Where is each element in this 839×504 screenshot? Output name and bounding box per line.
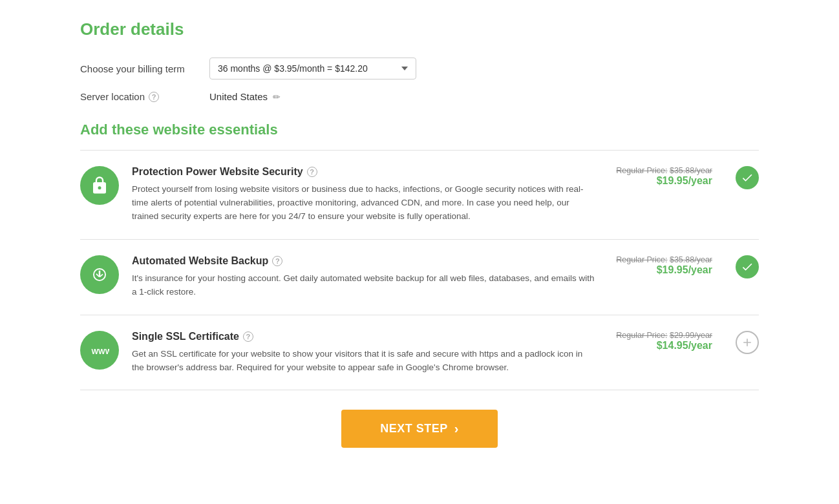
backup-help-icon[interactable]: ? bbox=[272, 256, 282, 266]
ssl-icon-circle: WWW bbox=[80, 331, 119, 370]
backup-content: Automated Website Backup ? It's insuranc… bbox=[132, 255, 596, 299]
security-icon-circle bbox=[80, 166, 119, 205]
page-container: Order details Choose your billing term 3… bbox=[54, 0, 785, 480]
www-icon: WWW bbox=[90, 341, 109, 360]
security-content: Protection Power Website Security ? Prot… bbox=[132, 166, 596, 224]
server-location-row: Server location ? United States ✏ bbox=[80, 91, 759, 102]
ssl-regular-price: Regular Price: $29.99/year bbox=[616, 331, 712, 340]
ssl-content: Single SSL Certificate ? Get an SSL cert… bbox=[132, 331, 596, 375]
ssl-price: Regular Price: $29.99/year $14.95/year bbox=[609, 331, 712, 352]
security-toggle-button[interactable] bbox=[736, 166, 759, 189]
essentials-section: Add these website essentials Protection … bbox=[80, 121, 759, 390]
security-price: Regular Price: $35.88/year $19.95/year bbox=[609, 166, 712, 187]
server-location-help-icon[interactable]: ? bbox=[149, 92, 159, 102]
next-step-label: NEXT STEP bbox=[380, 422, 448, 436]
next-step-container: NEXT STEP › bbox=[80, 390, 759, 454]
next-step-button[interactable]: NEXT STEP › bbox=[341, 410, 498, 448]
server-location-text: United States bbox=[209, 91, 268, 102]
edit-server-location-icon[interactable]: ✏ bbox=[273, 92, 281, 102]
security-sale-price: $19.95/year bbox=[657, 175, 712, 187]
chevron-right-icon: › bbox=[454, 421, 459, 436]
security-title: Protection Power Website Security ? bbox=[132, 166, 596, 178]
backup-sale-price: $19.95/year bbox=[657, 264, 712, 276]
security-desc: Protect yourself from losing website vis… bbox=[132, 183, 596, 224]
plus-icon bbox=[741, 336, 754, 349]
server-location-value: United States ✏ bbox=[209, 91, 281, 102]
backup-title: Automated Website Backup ? bbox=[132, 255, 596, 267]
page-title: Order details bbox=[80, 19, 759, 39]
backup-icon bbox=[90, 265, 109, 284]
essentials-title: Add these website essentials bbox=[80, 121, 759, 138]
checkmark-icon bbox=[741, 171, 754, 184]
billing-term-select[interactable]: 36 months @ $3.95/month = $142.20 24 mon… bbox=[209, 58, 416, 79]
ssl-desc: Get an SSL certificate for your website … bbox=[132, 348, 596, 375]
backup-icon-circle bbox=[80, 255, 119, 294]
ssl-title: Single SSL Certificate ? bbox=[132, 331, 596, 342]
server-location-label: Server location ? bbox=[80, 91, 209, 102]
addon-item-backup: Automated Website Backup ? It's insuranc… bbox=[80, 240, 759, 315]
billing-term-label: Choose your billing term bbox=[80, 63, 209, 74]
addon-item-ssl: WWW Single SSL Certificate ? Get an SSL … bbox=[80, 315, 759, 390]
ssl-help-icon[interactable]: ? bbox=[243, 331, 253, 342]
order-section: Choose your billing term 36 months @ $3.… bbox=[80, 58, 759, 102]
addon-item-security: Protection Power Website Security ? Prot… bbox=[80, 151, 759, 239]
ssl-toggle-button[interactable] bbox=[736, 331, 759, 354]
security-regular-price: Regular Price: $35.88/year bbox=[616, 166, 712, 175]
backup-desc: It's insurance for your hosting account.… bbox=[132, 272, 596, 299]
billing-term-row: Choose your billing term 36 months @ $3.… bbox=[80, 58, 759, 79]
security-help-icon[interactable]: ? bbox=[307, 167, 317, 177]
checkmark-icon bbox=[741, 260, 754, 273]
ssl-sale-price: $14.95/year bbox=[657, 340, 712, 352]
backup-regular-price: Regular Price: $35.88/year bbox=[616, 255, 712, 264]
backup-toggle-button[interactable] bbox=[736, 255, 759, 278]
lock-icon bbox=[90, 176, 109, 195]
backup-price: Regular Price: $35.88/year $19.95/year bbox=[609, 255, 712, 276]
svg-text:WWW: WWW bbox=[92, 348, 110, 355]
